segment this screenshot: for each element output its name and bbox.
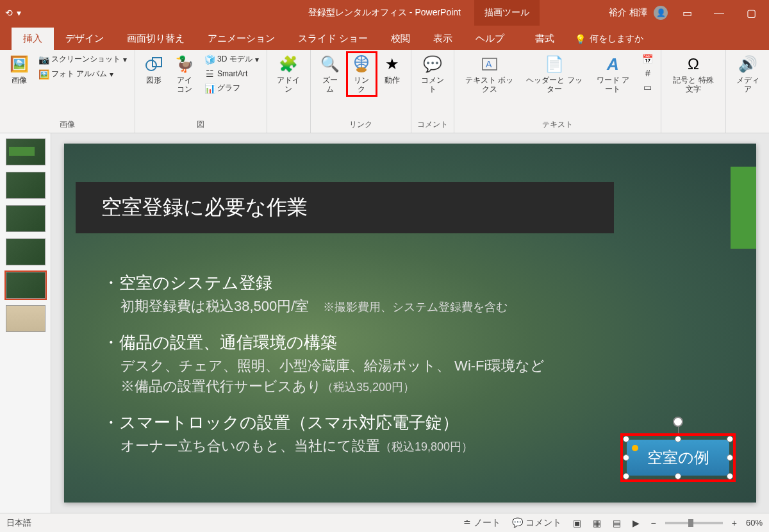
slide-thumb-1[interactable] xyxy=(6,138,45,165)
smartart-icon: ☱ xyxy=(204,69,215,79)
user-name[interactable]: 裕介 相澤 xyxy=(609,7,647,19)
link-icon xyxy=(351,54,372,74)
slide-thumb-5[interactable] xyxy=(6,272,45,299)
action-button[interactable]: ★ 動作 xyxy=(379,53,406,86)
slide-thumb-3[interactable] xyxy=(6,205,45,232)
date-icon: 📅 xyxy=(643,54,653,64)
chart-icon: 📊 xyxy=(204,83,215,94)
group-symbols: Ω 記号と 特殊文字 xyxy=(661,50,726,133)
ribbon: 🖼️ 画像 📷スクリーンショット ▾ 🖼️フォト アルバム ▾ 画像 図形 🦆 … xyxy=(0,50,769,133)
shapes-button[interactable]: 図形 xyxy=(140,53,167,86)
tab-slideshow[interactable]: スライド ショー xyxy=(286,28,379,50)
tab-help[interactable]: ヘルプ xyxy=(464,28,516,50)
tell-me-label: 何をしますか xyxy=(590,33,643,45)
quickaccess-dropdown-icon[interactable]: ▾ xyxy=(17,8,21,18)
3dmodel-button[interactable]: 🧊3D モデル ▾ xyxy=(202,53,261,66)
bullet-2-sub1: デスク、チェア、照明、小型冷蔵庫、給湯ポット、 Wi-Fi環境など xyxy=(120,356,545,376)
link-button[interactable]: リンク xyxy=(347,53,376,96)
tab-animations[interactable]: アニメーション xyxy=(196,28,286,50)
cube-icon: 🧊 xyxy=(204,54,215,65)
number-icon: # xyxy=(643,68,653,78)
group-media: 🔊 メディア xyxy=(726,50,769,133)
svg-point-0 xyxy=(146,60,156,71)
headerfooter-button[interactable]: 📄 ヘッダーと フッター xyxy=(522,53,587,96)
maximize-button[interactable]: ▢ xyxy=(738,7,764,19)
slidenum-button[interactable]: # xyxy=(640,67,656,79)
group-label-addins xyxy=(272,120,305,131)
slide-editor[interactable]: 空室登録に必要な作業 ・空室のシステム登録 初期登録費は税込38,500円/室 … xyxy=(51,133,769,513)
selected-shape[interactable]: 空室の例 xyxy=(627,440,729,476)
group-illustrations: 図形 🦆 アイコン 🧊3D モデル ▾ ☱SmartArt 📊グラフ 図 xyxy=(135,50,267,133)
status-language[interactable]: 日本語 xyxy=(6,517,31,529)
group-comments: 💬 コメント コメント xyxy=(411,50,455,133)
group-label-images: 画像 xyxy=(5,118,129,131)
tab-design[interactable]: デザイン xyxy=(54,28,115,50)
view-normal-icon[interactable]: ▣ xyxy=(570,517,584,529)
object-button[interactable]: ▭ xyxy=(640,81,656,94)
slide-thumb-2[interactable] xyxy=(6,172,45,199)
tab-transitions[interactable]: 画面切り替え xyxy=(115,28,196,50)
zoom-out-button[interactable]: − xyxy=(649,517,659,529)
tab-review[interactable]: 校閲 xyxy=(379,28,422,50)
zoom-icon: 🔍 xyxy=(320,54,340,74)
view-slideshow-icon[interactable]: ▶ xyxy=(630,517,642,529)
contextual-tab-drawing[interactable]: 描画ツール xyxy=(474,0,540,26)
rotate-handle[interactable] xyxy=(673,417,683,427)
slide-thumb-4[interactable] xyxy=(6,238,45,265)
zoom-button[interactable]: 🔍 ズーム xyxy=(316,53,345,96)
comments-toggle[interactable]: 💬 コメント xyxy=(509,516,564,530)
slide-thumb-6[interactable] xyxy=(6,305,45,332)
slide-thumbnail-panel[interactable] xyxy=(0,133,51,513)
decor-green-bar xyxy=(731,167,756,249)
slide-title-band[interactable]: 空室登録に必要な作業 xyxy=(76,182,614,233)
object-icon: ▭ xyxy=(643,82,653,92)
slide-body[interactable]: ・空室のシステム登録 初期登録費は税込38,500円/室 ※撮影費用、システム登… xyxy=(103,272,545,471)
wordart-button[interactable]: A ワード アート xyxy=(590,53,636,96)
ribbon-options-icon[interactable]: ▭ xyxy=(674,7,700,19)
ribbon-tabs: 挿入 デザイン 画面切り替え アニメーション スライド ショー 校閲 表示 ヘル… xyxy=(0,26,769,50)
icons-button[interactable]: 🦆 アイコン xyxy=(170,53,199,96)
tab-view[interactable]: 表示 xyxy=(422,28,464,50)
date-button[interactable]: 📅 xyxy=(640,53,656,65)
view-reading-icon[interactable]: ▤ xyxy=(610,517,624,529)
zoom-level[interactable]: 60% xyxy=(746,518,763,528)
minimize-button[interactable]: — xyxy=(706,7,732,19)
group-links: 🔍 ズーム リンク ★ 動作 リンク xyxy=(311,50,411,133)
notes-toggle[interactable]: ≐ ノート xyxy=(461,516,503,530)
view-sorter-icon[interactable]: ▦ xyxy=(590,517,604,529)
photo-album-button[interactable]: 🖼️フォト アルバム ▾ xyxy=(36,67,129,81)
svg-text:A: A xyxy=(486,59,492,69)
lightbulb-icon: 💡 xyxy=(575,34,586,44)
chart-button[interactable]: 📊グラフ xyxy=(202,81,261,95)
zoom-in-button[interactable]: + xyxy=(729,517,740,529)
tab-format[interactable]: 書式 xyxy=(524,28,566,50)
autosave-icon[interactable]: ⟲ xyxy=(5,8,13,18)
group-label-symbols xyxy=(666,120,720,131)
addins-button[interactable]: 🧩 アドイン xyxy=(272,53,305,96)
svg-rect-1 xyxy=(153,58,161,67)
wordart-icon: A xyxy=(602,54,623,74)
comment-icon: 💬 xyxy=(422,54,443,74)
picture-icon: 🖼️ xyxy=(9,54,29,74)
symbols-button[interactable]: Ω 記号と 特殊文字 xyxy=(666,53,720,96)
omega-icon: Ω xyxy=(683,54,704,74)
media-button[interactable]: 🔊 メディア xyxy=(731,53,764,96)
group-label-comments: コメント xyxy=(417,118,449,131)
bullet-3: ・スマートロックの設置（スマホ対応電子錠） xyxy=(103,411,545,434)
pictures-button[interactable]: 🖼️ 画像 xyxy=(5,53,33,86)
smartart-button[interactable]: ☱SmartArt xyxy=(202,67,261,80)
bullet-2: ・備品の設置、通信環境の構築 xyxy=(103,331,545,354)
album-icon: 🖼️ xyxy=(38,69,49,79)
work-area: 空室登録に必要な作業 ・空室のシステム登録 初期登録費は税込38,500円/室 … xyxy=(0,133,769,513)
tab-insert[interactable]: 挿入 xyxy=(12,28,54,50)
title-bar: ⟲ ▾ 登録型レンタルオフィス - PowerPoint 描画ツール 裕介 相澤… xyxy=(0,0,769,26)
tell-me-search[interactable]: 💡 何をしますか xyxy=(566,28,652,50)
comment-button[interactable]: 💬 コメント xyxy=(417,53,449,96)
group-label-text: テキスト xyxy=(459,118,655,131)
slide-canvas[interactable]: 空室登録に必要な作業 ・空室のシステム登録 初期登録費は税込38,500円/室 … xyxy=(64,144,756,503)
group-images: 🖼️ 画像 📷スクリーンショット ▾ 🖼️フォト アルバム ▾ 画像 xyxy=(0,50,135,133)
textbox-button[interactable]: A テキスト ボックス xyxy=(459,53,518,96)
user-avatar-icon[interactable]: 👤 xyxy=(654,6,668,20)
screenshot-button[interactable]: 📷スクリーンショット ▾ xyxy=(36,53,129,66)
zoom-slider[interactable] xyxy=(665,522,723,524)
